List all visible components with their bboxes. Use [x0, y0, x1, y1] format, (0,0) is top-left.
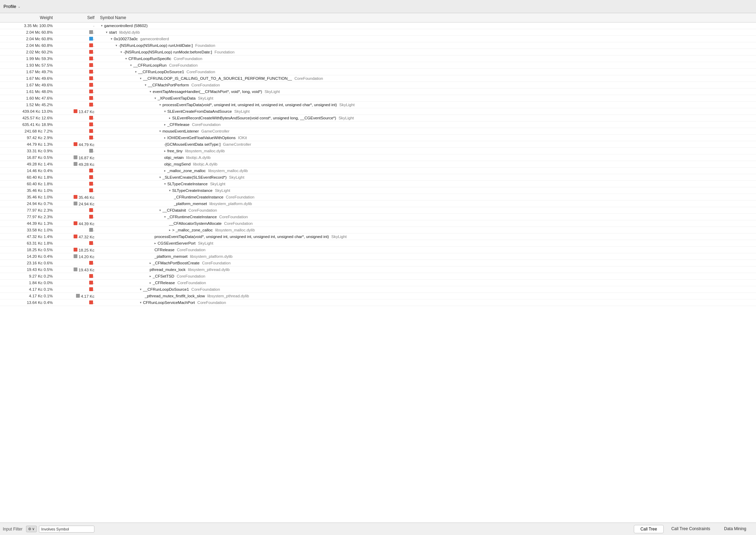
tab-call-tree[interactable]: Call Tree: [634, 525, 664, 533]
table-row[interactable]: 2.02 Mc 60.2%-▾-[NSRunLoop(NSRunLoop) ru…: [0, 49, 756, 56]
expand-arrow[interactable]: ▸: [150, 261, 151, 265]
table-row[interactable]: 44.39 Kc 1.3% 44.39 Kc__CFAllocatorSyste…: [0, 220, 756, 227]
expand-arrow[interactable]: ▾: [106, 31, 108, 34]
expand-arrow[interactable]: ▾: [164, 182, 166, 186]
table-row[interactable]: 63.31 Kc 1.8%-▸CGSEventServerPortSkyLigh…: [0, 240, 756, 247]
weight-cell: 97.42 Kc 2.9%: [0, 136, 56, 140]
table-row[interactable]: 9.27 Kc 0.2%-▸_CFSetTSDCoreFoundation: [0, 273, 756, 280]
expand-arrow[interactable]: ▾: [140, 77, 142, 80]
expand-arrow[interactable]: ▾: [125, 57, 127, 60]
symbol-header[interactable]: Symbol Name: [97, 15, 756, 21]
table-row[interactable]: 1.99 Mc 59.3%-▾CFRunLoopRunSpecificCoreF…: [0, 56, 756, 62]
table-row[interactable]: 18.25 Kc 0.5% 18.25 KcCFReleaseCoreFound…: [0, 247, 756, 253]
expand-arrow[interactable]: ▾: [159, 176, 161, 179]
weight-cell: 2.04 Mc 60.8%: [0, 37, 56, 41]
profile-menu[interactable]: Profile ⌄: [3, 4, 20, 9]
expand-arrow[interactable]: ▾: [130, 63, 132, 67]
table-row[interactable]: 47.32 Kc 1.4% 47.32 KcprocessEventTapDat…: [0, 233, 756, 240]
table-row[interactable]: 1.67 Mc 49.7%-▾__CFRunLoopDoSource1CoreF…: [0, 69, 756, 75]
table-row[interactable]: 14.46 Kc 0.4%-▸_malloc_zone_malloclibsys…: [0, 168, 756, 174]
library-name: SkyLight: [215, 188, 230, 193]
library-name: libsystem_malloc.dylib: [185, 149, 225, 153]
expand-arrow[interactable]: ▾: [159, 103, 161, 107]
table-row[interactable]: 97.42 Kc 2.9%-▸IOHIDEventGetFloatValueWi…: [0, 135, 756, 141]
self-cell: 47.32 Kc: [56, 235, 97, 239]
table-row[interactable]: 14.20 Kc 0.4% 14.20 Kc_platform_memsetli…: [0, 253, 756, 260]
expand-arrow[interactable]: ▾: [116, 44, 117, 47]
table-row[interactable]: 635.41 Kc 18.9%-▸_CFReleaseCoreFoundatio…: [0, 121, 756, 128]
expand-arrow[interactable]: ▸: [169, 228, 171, 232]
symbol-name: CGSEventServerPort: [158, 241, 195, 245]
table-row[interactable]: 77.97 Kc 2.3%-▾_CFRuntimeCreateInstanceC…: [0, 214, 756, 220]
table-row[interactable]: 35.46 Kc 1.0% 35.46 Kc_CFRuntimeCreateIn…: [0, 194, 756, 201]
weight-cell: 47.32 Kc 1.4%: [0, 235, 56, 239]
expand-arrow[interactable]: ▾: [154, 96, 156, 100]
red-icon: [89, 182, 93, 186]
self-header[interactable]: Self: [56, 15, 97, 21]
table-row[interactable]: 49.28 Kc 1.4% 49.28 Kcobjc_msgSendlibobj…: [0, 161, 756, 168]
table-row[interactable]: 1.61 Mc 48.0%-▾eventTapMessageHandler(__…: [0, 88, 756, 95]
table-row[interactable]: 1.60 Mc 47.6%-▾_XPostEventTapDataSkyLigh…: [0, 95, 756, 102]
expand-arrow[interactable]: ▸: [169, 116, 171, 120]
expand-arrow[interactable]: ▾: [159, 129, 161, 133]
table-row[interactable]: 241.68 Kc 7.2%-▾mouseEventListenerGameCo…: [0, 128, 756, 135]
table-row[interactable]: 24.94 Kc 0.7% 24.94 Kc_platform_memsetli…: [0, 201, 756, 207]
symbol-name: _CFMachPortBoostCreate: [153, 261, 200, 265]
table-row[interactable]: 16.87 Kc 0.5% 16.87 Kcobjc_retainlibobjc…: [0, 154, 756, 161]
filter-type-dropdown[interactable]: ⊜ ∨: [26, 526, 37, 532]
weight-cell: 14.46 Kc 0.4%: [0, 169, 56, 173]
table-row[interactable]: 19.43 Kc 0.5% 19.43 Kcpthread_mutex_lock…: [0, 266, 756, 273]
self-cell: 18.25 Kc: [56, 248, 97, 252]
table-row[interactable]: 44.79 Kc 1.3% 44.79 Kc-[GCMouseEventData…: [0, 141, 756, 148]
table-row[interactable]: 425.57 Kc 12.6%-▸SLEventRecordCreateWith…: [0, 115, 756, 121]
table-row[interactable]: 13.64 Kc 0.4%-▾CFRunLoopServiceMachPortC…: [0, 299, 756, 306]
table-row[interactable]: 439.04 Kc 13.0% 13.47 Kc▾SLEventCreateFr…: [0, 108, 756, 115]
table-row[interactable]: 1.93 Mc 57.5%-▾__CFRunLoopRunCoreFoundat…: [0, 62, 756, 69]
expand-arrow[interactable]: ▸: [150, 281, 151, 285]
self-cell: -: [56, 96, 97, 101]
expand-arrow[interactable]: ▸: [164, 149, 166, 153]
expand-arrow[interactable]: ▸: [164, 136, 166, 139]
table-row[interactable]: 77.97 Kc 2.3%-▾__CFDataInitCoreFoundatio…: [0, 207, 756, 214]
table-row[interactable]: 1.52 Mc 45.2%-▾processEventTapData(void*…: [0, 102, 756, 108]
expand-arrow[interactable]: ▾: [140, 301, 142, 304]
table-row[interactable]: 1.67 Mc 49.6%-▾__CFMachPortPerformCoreFo…: [0, 82, 756, 88]
table-row[interactable]: 1.84 Kc 0.0%-▸_CFReleaseCoreFoundation: [0, 280, 756, 286]
table-row[interactable]: 4.17 Kc 0.1%-▾__CFRunLoopDoSource1CoreFo…: [0, 286, 756, 293]
expand-arrow[interactable]: ▸: [154, 241, 156, 245]
table-row[interactable]: 35.46 Kc 1.0%-▾SLTypeCreateInstanceSkyLi…: [0, 187, 756, 194]
expand-arrow[interactable]: ▸: [164, 169, 166, 172]
expand-arrow[interactable]: ▾: [101, 24, 103, 27]
expand-arrow[interactable]: ▾: [164, 110, 166, 113]
expand-arrow[interactable]: ▾: [150, 90, 151, 93]
table-row[interactable]: 3.35 Mc 100.0%-▾gamecontrollerd (58602): [0, 23, 756, 29]
tab-call-tree-constraints[interactable]: Call Tree Constraints: [665, 525, 716, 533]
expand-arrow[interactable]: ▾: [164, 215, 166, 219]
symbol-cell: ▾-[NSRunLoop(NSRunLoop) runUntilDate:]Fo…: [97, 43, 756, 48]
table-row[interactable]: 2.04 Mc 60.8%-▾-[NSRunLoop(NSRunLoop) ru…: [0, 42, 756, 49]
table-row[interactable]: 1.67 Mc 49.6%-▾__CFRUNLOOP_IS_CALLING_OU…: [0, 75, 756, 82]
red-icon: [89, 188, 93, 192]
table-row[interactable]: 60.40 Kc 1.8%-▾SLTypeCreateInstanceSkyLi…: [0, 181, 756, 187]
expand-arrow[interactable]: ▸: [164, 123, 166, 126]
weight-header[interactable]: Weight: [0, 15, 56, 21]
table-row[interactable]: 60.40 Kc 1.8%-▾_SLEventCreate(SLSEventRe…: [0, 174, 756, 181]
table-row[interactable]: 33.31 Kc 0.9%-▸free_tinylibsystem_malloc…: [0, 148, 756, 154]
table-row[interactable]: 33.58 Kc 1.0%-▸> _malloc_zone_calloclibs…: [0, 227, 756, 233]
expand-arrow[interactable]: ▾: [159, 209, 161, 212]
tab-data-mining[interactable]: Data Mining: [718, 525, 753, 533]
library-name: libsystem_pthread.dylib: [188, 268, 230, 272]
filter-search-input[interactable]: [39, 526, 94, 533]
table-row[interactable]: 2.04 Mc 60.8%-▾0x100273a0cgamecontroller…: [0, 36, 756, 42]
table-row[interactable]: 4.17 Kc 0.1% 4.17 Kc_pthread_mutex_first…: [0, 293, 756, 299]
symbol-name: -[NSRunLoop(NSRunLoop) runMode:beforeDat…: [124, 50, 212, 54]
expand-arrow[interactable]: ▾: [169, 189, 171, 192]
table-row[interactable]: 2.04 Mc 60.8%-▾startlibdyld.dylib: [0, 29, 756, 36]
expand-arrow[interactable]: ▾: [135, 70, 137, 74]
expand-arrow[interactable]: ▾: [120, 50, 122, 54]
expand-arrow[interactable]: ▾: [145, 83, 146, 87]
table-row[interactable]: 23.16 Kc 0.6%-▸_CFMachPortBoostCreateCor…: [0, 260, 756, 266]
expand-arrow[interactable]: ▸: [150, 274, 151, 278]
expand-arrow[interactable]: ▾: [111, 37, 112, 41]
expand-arrow[interactable]: ▾: [140, 288, 142, 291]
